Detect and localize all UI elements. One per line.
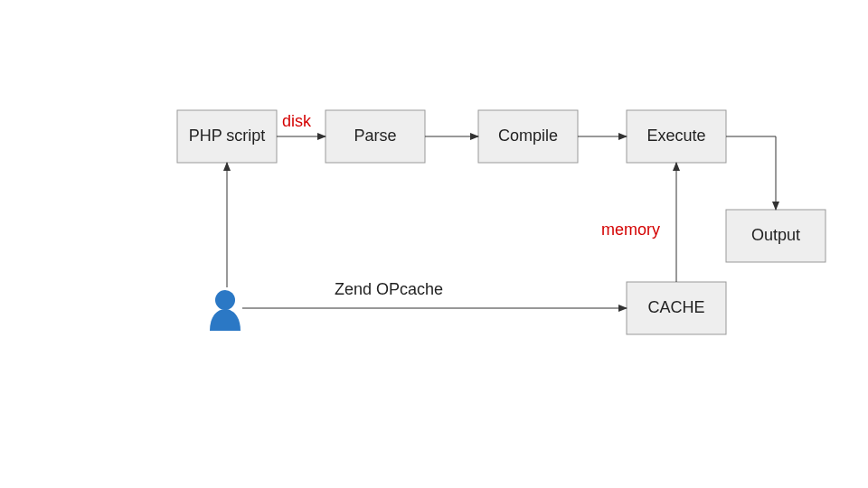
user-icon [210,290,241,331]
box-execute: Execute [627,110,726,163]
edge-opcache-label: Zend OPcache [335,280,443,298]
edge-disk-label: disk [282,112,312,130]
arrow-execute-output [726,136,776,210]
edge-memory-label: memory [601,221,660,239]
box-cache-label: CACHE [647,298,704,316]
box-parse-label: Parse [354,127,396,145]
box-parse: Parse [326,110,425,163]
diagram-canvas: PHP script Parse Compile Execute Output … [0,0,868,488]
box-output-label: Output [751,226,800,244]
box-compile: Compile [478,110,578,163]
box-cache: CACHE [627,282,726,334]
box-compile-label: Compile [498,127,558,145]
box-execute-label: Execute [646,127,705,145]
svg-point-6 [215,290,235,310]
box-php-script-label: PHP script [189,127,266,145]
box-php-script: PHP script [177,110,277,163]
box-output: Output [726,210,826,262]
